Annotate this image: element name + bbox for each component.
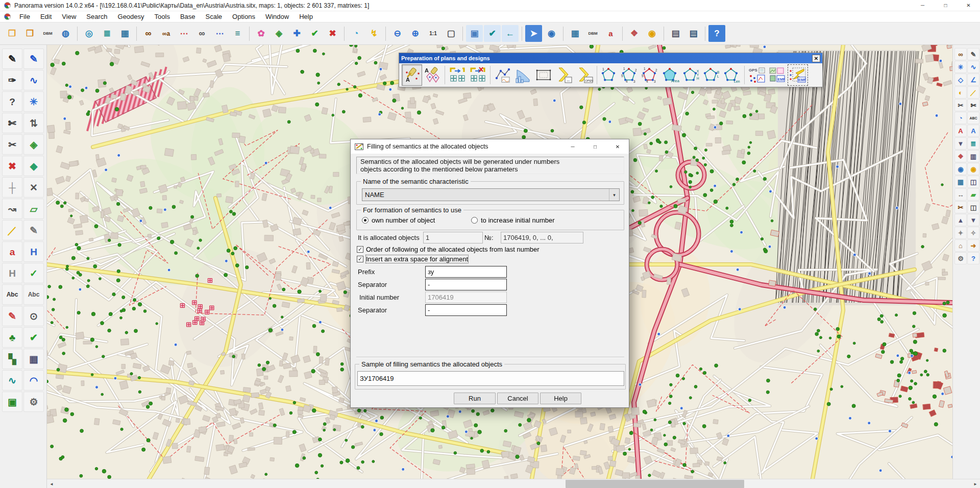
polygon-numbered-icon[interactable]: 12345 [620, 64, 640, 86]
compass-tool-icon[interactable]: ◔ [954, 112, 967, 124]
search-edit-icon[interactable]: ∞ [954, 48, 967, 60]
move-vertex-icon[interactable]: ⇅ [23, 113, 44, 133]
diamond-node-icon[interactable]: ◇ [954, 74, 967, 86]
palette-icon[interactable]: ❖ [626, 25, 643, 42]
tree-green-icon[interactable]: ♣ [2, 327, 22, 348]
run-button[interactable]: Run [454, 393, 496, 404]
gps-list-icon[interactable]: GPS [747, 64, 767, 86]
fill-semantics-torch-icon[interactable]: A [402, 64, 422, 86]
lamp-orange-icon[interactable]: ◐ [954, 86, 967, 99]
internet-map-icon[interactable]: ◍ [57, 25, 74, 42]
checkbox-extra-space-box[interactable]: ✓ [357, 256, 363, 262]
picture-tool-icon[interactable]: ▥ [967, 150, 979, 162]
checkbox-order-following[interactable]: ✓ Order of following of the allocated ob… [357, 246, 540, 253]
semantics-template-icon[interactable]: A [422, 64, 443, 86]
edit-pencil-icon[interactable]: ✎ [2, 48, 22, 69]
scroll-thumb[interactable] [566, 480, 744, 488]
floating-toolbar-titlebar[interactable]: Preparation of plans and designs ✕ [399, 53, 822, 63]
polygon-bl-icon[interactable]: BL [701, 64, 722, 86]
zoom-in-icon[interactable]: ⊕ [407, 25, 424, 42]
number-list-field[interactable] [501, 232, 583, 243]
menu-item-search[interactable]: Search [81, 12, 112, 21]
semantic-name-combobox[interactable]: NAME ▾ [362, 188, 620, 201]
save-map-folder-icon[interactable]: ❒ [21, 25, 38, 42]
object-list-icon[interactable]: ≡ [229, 25, 246, 42]
statistics-pie-icon[interactable]: ◔ [348, 25, 364, 42]
a-red-icon[interactable]: A [954, 125, 967, 137]
cut-map-tool-icon[interactable]: ✂ [954, 201, 967, 213]
view-globe-icon[interactable]: ◎ [81, 25, 97, 42]
polygon-number-icon[interactable]: 1 [599, 64, 620, 86]
merge-tool-icon[interactable]: ◫ [967, 201, 979, 213]
copy-objects-grid-icon[interactable] [447, 64, 468, 86]
globe-tool-icon[interactable]: ◉ [954, 163, 967, 175]
allocated-objects-count[interactable] [423, 232, 483, 243]
draw-line-icon[interactable]: ✑ [2, 70, 22, 90]
edit-help-icon[interactable]: ? [2, 91, 22, 112]
select-cursor-icon[interactable]: ➤ [525, 25, 542, 42]
org-chart-icon[interactable]: ▚ [2, 349, 22, 369]
menu-item-options[interactable]: Options [227, 12, 260, 21]
delete-object-icon[interactable]: ✖ [2, 156, 22, 176]
scissors-tool-icon[interactable]: ✂ [954, 99, 967, 111]
abc-label-icon[interactable]: Abc [2, 284, 22, 305]
dialog-close-button[interactable]: ✕ [606, 139, 629, 154]
layers-tool-icon[interactable]: ≣ [967, 137, 979, 150]
scroll-left-icon[interactable]: ◄ [47, 479, 56, 488]
export-open-icon[interactable]: OPEN [574, 64, 595, 86]
table-view-icon[interactable]: ▦ [567, 25, 583, 42]
ruler-tool-icon[interactable]: ／ [967, 86, 979, 99]
print-setup-icon[interactable]: ▤ [685, 25, 702, 42]
pencil-a-icon[interactable]: ✎ [23, 220, 44, 240]
open-map-folder-icon[interactable]: ❒ [4, 25, 20, 42]
rhombus-x-icon[interactable]: ◈ [23, 134, 44, 155]
scroll-right-icon[interactable]: ► [971, 479, 980, 488]
print-icon[interactable]: ▤ [667, 25, 684, 42]
maximize-button[interactable]: □ [934, 0, 957, 11]
doc-check-icon[interactable]: ✓ [23, 263, 44, 283]
pin-tool-icon[interactable]: ◉ [967, 163, 979, 175]
layers-stack-icon[interactable]: ≣ [99, 25, 115, 42]
arc-blue-icon[interactable]: ◠ [23, 370, 44, 391]
radio-increase-number[interactable]: to increase initial number [471, 216, 555, 224]
menu-item-help[interactable]: Help [294, 12, 318, 21]
apply-selection-icon[interactable]: ✔ [306, 25, 323, 42]
ruler-yellow-icon[interactable]: ／ [2, 220, 22, 240]
menu-item-view[interactable]: View [57, 12, 81, 21]
palette-tool-icon[interactable]: ❖ [954, 150, 967, 162]
move-up-icon[interactable]: ▲ [954, 214, 967, 226]
parallelogram-edit-icon[interactable]: ▱ [23, 199, 44, 219]
area-tool-icon[interactable]: ▰ [967, 188, 979, 201]
edit-pencil-blue-icon[interactable]: ✎ [23, 48, 44, 69]
settings-gear-icon[interactable]: ⚙ [23, 392, 44, 412]
rose-select-icon[interactable]: ✿ [253, 25, 270, 42]
cancel-button[interactable]: Cancel [497, 393, 538, 404]
confirm-view-icon[interactable]: ✔ [484, 25, 501, 42]
polyline-tool-icon[interactable]: ∿ [967, 61, 979, 73]
move-down-icon[interactable]: ▼ [967, 214, 979, 226]
search-repeat-icon[interactable]: ∞ [193, 25, 210, 42]
export-emf-icon[interactable]: EMF [767, 64, 788, 86]
dialog-minimize-button[interactable]: ─ [561, 139, 584, 154]
gear-tool-icon[interactable]: ⚙ [954, 252, 967, 264]
polygon-numbered-red-icon[interactable]: 12345 [640, 64, 660, 86]
back-view-icon[interactable]: ← [502, 25, 519, 42]
search-more-dots-icon[interactable]: ⋯ [211, 25, 228, 42]
knife-tool-icon[interactable]: ✄ [967, 99, 979, 111]
a-blue-icon[interactable]: A [967, 125, 979, 137]
draw-spline-icon[interactable]: ∿ [23, 70, 44, 90]
menu-item-geodesy[interactable]: Geodesy [113, 12, 150, 21]
table-grid-icon[interactable]: ▦ [23, 349, 44, 369]
sample-value-field[interactable]: ЗУ1706419 [357, 371, 624, 386]
small-cross-icon[interactable]: ✕ [23, 177, 44, 198]
radio-own-number-dot[interactable] [362, 217, 369, 224]
home-tool-icon[interactable]: ⌂ [954, 239, 967, 252]
crosshair-dashed-icon[interactable]: ┼ [2, 177, 22, 198]
delete-objects-grid-icon[interactable] [468, 64, 488, 86]
search-binoculars-icon[interactable]: ∞ [140, 25, 157, 42]
checkbox-order-box[interactable]: ✓ [357, 246, 363, 253]
add-object-icon[interactable]: ✚ [288, 25, 305, 42]
radio-own-number[interactable]: own number of object [362, 216, 435, 224]
zoom-edit-icon[interactable]: ⊙ [23, 306, 44, 326]
star-tool-icon[interactable]: ✳ [954, 61, 967, 73]
